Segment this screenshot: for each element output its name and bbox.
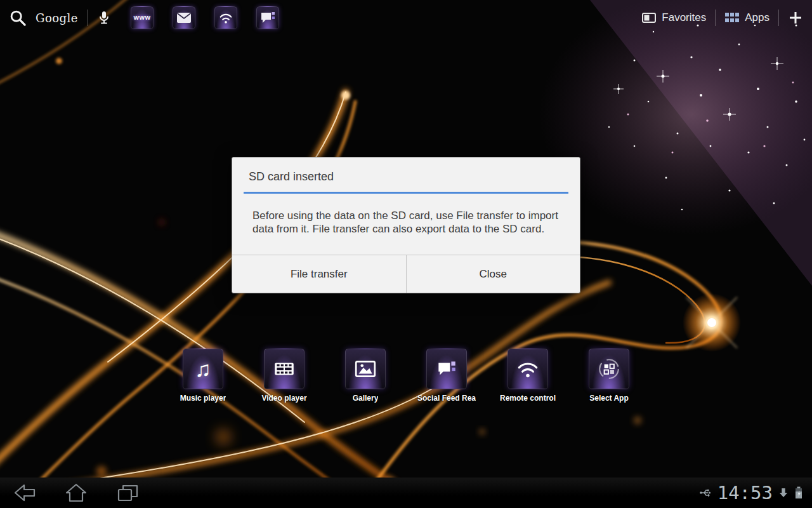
topbar-divider bbox=[87, 10, 88, 26]
speech-bubbles-icon bbox=[426, 349, 467, 389]
app-label: Video player bbox=[261, 394, 306, 403]
google-search-label[interactable]: Google bbox=[36, 11, 78, 25]
apps-label: Apps bbox=[745, 11, 769, 24]
clock: 14:53 bbox=[717, 482, 773, 504]
app-video-player[interactable]: Video player bbox=[244, 349, 325, 403]
data-transfer-icon bbox=[778, 486, 789, 499]
home-app-row: ♫ Music player Video player Gallery bbox=[162, 349, 650, 403]
top-bar-right: Favorites Apps bbox=[641, 10, 803, 26]
favorites-icon bbox=[641, 11, 657, 24]
app-label: Social Feed Rea bbox=[417, 394, 476, 403]
app-music-player[interactable]: ♫ Music player bbox=[162, 349, 244, 403]
voice-search-icon[interactable] bbox=[96, 10, 112, 26]
recent-apps-button[interactable] bbox=[115, 482, 141, 504]
app-label: Select App bbox=[589, 394, 629, 403]
dialog-message: Before using the data on the SD card, us… bbox=[232, 194, 585, 255]
sd-card-dialog: SD card inserted Before using the data o… bbox=[232, 157, 580, 293]
app-label: Remote control bbox=[500, 394, 556, 403]
film-strip-icon bbox=[264, 349, 304, 389]
home-button[interactable] bbox=[63, 482, 89, 504]
app-remote-control[interactable]: Remote control bbox=[487, 349, 568, 403]
app-grid-icon bbox=[589, 349, 629, 389]
apps-button[interactable]: Apps bbox=[724, 11, 769, 24]
app-label: Gallery bbox=[353, 394, 379, 403]
remote-shortcut[interactable] bbox=[214, 6, 237, 29]
nav-keys bbox=[11, 482, 141, 504]
wifi-icon bbox=[218, 11, 234, 25]
apps-grid-icon bbox=[724, 11, 740, 24]
add-widget-button[interactable] bbox=[788, 10, 803, 25]
favorites-button[interactable]: Favorites bbox=[641, 11, 706, 24]
app-label: Music player bbox=[180, 394, 226, 403]
usb-debug-icon bbox=[699, 486, 712, 499]
top-bar-left: Google WWW bbox=[9, 6, 279, 29]
status-cluster[interactable]: 14:53 bbox=[699, 482, 803, 504]
dialog-button-bar: File transfer Close bbox=[232, 255, 580, 293]
top-bar: Google WWW bbox=[0, 0, 812, 36]
envelope-icon bbox=[176, 12, 192, 23]
wifi-arcs-icon bbox=[508, 349, 548, 389]
search-icon[interactable] bbox=[9, 9, 27, 27]
system-bar: 14:53 bbox=[0, 478, 812, 508]
chat-shortcut[interactable] bbox=[256, 6, 279, 29]
dialog-title: SD card inserted bbox=[232, 157, 580, 192]
favorites-label: Favorites bbox=[662, 11, 706, 24]
app-select-app[interactable]: Select App bbox=[568, 349, 650, 403]
file-transfer-button[interactable]: File transfer bbox=[232, 255, 406, 293]
browser-shortcut[interactable]: WWW bbox=[131, 6, 154, 29]
photo-icon bbox=[345, 349, 386, 389]
globe-icon: WWW bbox=[133, 15, 150, 21]
app-gallery[interactable]: Gallery bbox=[325, 349, 406, 403]
topbar-divider bbox=[778, 10, 779, 26]
email-shortcut[interactable] bbox=[173, 6, 195, 29]
close-button[interactable]: Close bbox=[406, 255, 580, 293]
topbar-divider bbox=[715, 10, 716, 26]
app-social-feed-reader[interactable]: Social Feed Rea bbox=[406, 349, 487, 403]
back-button[interactable] bbox=[11, 482, 37, 504]
battery-icon bbox=[794, 486, 803, 500]
chat-bubble-icon bbox=[260, 11, 275, 25]
shortcut-row: WWW bbox=[131, 6, 279, 29]
music-note-icon: ♫ bbox=[183, 349, 223, 389]
